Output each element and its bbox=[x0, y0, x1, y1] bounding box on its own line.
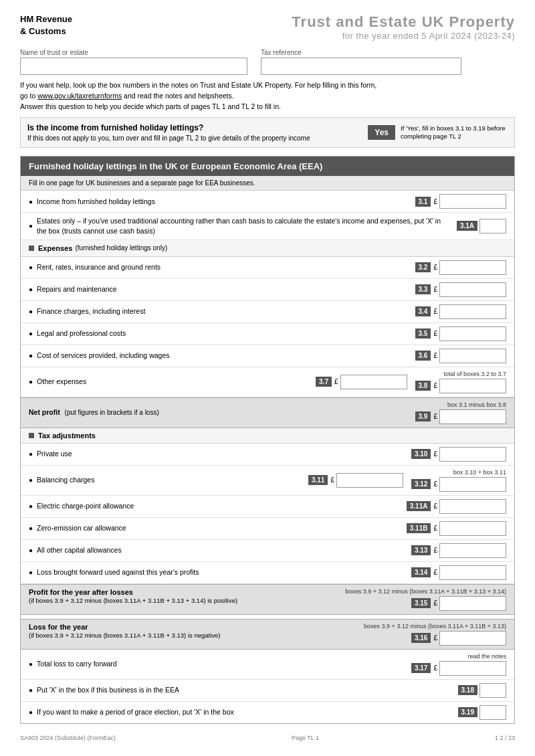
balancing-bullet: ● bbox=[29, 476, 33, 484]
carry-fwd-box-num: 3.17 bbox=[411, 663, 431, 673]
eea-bullet: ● bbox=[29, 686, 33, 694]
balancing-label: Balancing charges bbox=[37, 475, 303, 485]
ref-input[interactable] bbox=[261, 58, 461, 75]
zero-label: Zero-emission car allowance bbox=[37, 523, 401, 533]
legal-input[interactable] bbox=[439, 326, 506, 341]
income-row: ● Income from furnished holiday lettings… bbox=[21, 191, 514, 213]
repairs-input[interactable] bbox=[439, 282, 506, 297]
form-title-block: Trust and Estate UK Property for the yea… bbox=[292, 13, 515, 41]
services-box-num: 3.6 bbox=[415, 351, 431, 361]
expenses-header-row: Expenses (furnished holiday lettings onl… bbox=[21, 240, 514, 257]
yes-note: If 'Yes', fill in boxes 3.1 to 3.19 befo… bbox=[401, 124, 508, 141]
yes-badge: Yes bbox=[368, 125, 395, 140]
other-box-num: 3.7 bbox=[316, 377, 332, 387]
box3-12-note: box 3.10 + box 3.11 bbox=[453, 469, 506, 476]
repairs-bullet: ● bbox=[29, 286, 33, 293]
other-bullet: ● bbox=[29, 378, 33, 385]
balancing-box-num: 3.11 bbox=[308, 475, 328, 485]
box3-12-input[interactable] bbox=[439, 477, 506, 492]
eea-input[interactable] bbox=[479, 683, 506, 698]
net-profit-sub: (put figures in brackets if a loss) bbox=[65, 409, 159, 416]
other-input[interactable] bbox=[340, 375, 407, 389]
carry-fwd-row: ● Total loss to carry forward read the n… bbox=[21, 650, 514, 680]
form-subtitle: for the year ended 5 April 2024 (2023-24… bbox=[292, 31, 515, 41]
services-input[interactable] bbox=[439, 349, 506, 363]
rent-bullet: ● bbox=[29, 264, 33, 271]
page-number: 1 2 / 23 bbox=[495, 735, 515, 741]
eea-box-num: 3.18 bbox=[458, 685, 477, 695]
income-label: Income from furnished holiday lettings bbox=[37, 197, 409, 207]
finance-box-group: 3.4 £ bbox=[415, 304, 506, 319]
private-input[interactable] bbox=[439, 447, 506, 462]
repairs-box-num: 3.3 bbox=[415, 284, 431, 294]
carry-fwd-input[interactable] bbox=[439, 661, 506, 676]
grace-box-num: 3.19 bbox=[458, 707, 477, 717]
rent-input[interactable] bbox=[439, 260, 506, 275]
section-subheader: Fill in one page for UK businesses and a… bbox=[21, 176, 514, 191]
tax-adj-bullet bbox=[29, 433, 34, 438]
loss-year-box-num: 3.16 bbox=[411, 633, 431, 643]
services-bullet: ● bbox=[29, 352, 33, 359]
net-profit-label: Net profit (put figures in brackets if a… bbox=[29, 407, 407, 417]
name-input[interactable] bbox=[20, 58, 247, 75]
profit-year-input[interactable] bbox=[439, 596, 506, 611]
balancing-input[interactable] bbox=[336, 473, 403, 488]
finance-bullet: ● bbox=[29, 308, 33, 315]
private-row: ● Private use 3.10 £ bbox=[21, 444, 514, 466]
rent-label: Rent, rates, insurance and ground rents bbox=[37, 262, 409, 272]
total-side-label: total of boxes 3.2 to 3.7 bbox=[443, 371, 506, 377]
question-box: Is the income from furnished holiday let… bbox=[20, 117, 515, 148]
net-profit-row: Net profit (put figures in brackets if a… bbox=[21, 397, 514, 428]
carry-fwd-side-box: read the notes 3.17 £ bbox=[411, 653, 506, 676]
loss-fwd-input[interactable] bbox=[439, 565, 506, 580]
legal-bullet: ● bbox=[29, 330, 33, 337]
loss-year-input[interactable] bbox=[439, 631, 506, 646]
loss-year-box-group: boxes 3.9 + 3.12 minus (boxes 3.11A + 3.… bbox=[364, 623, 506, 646]
capital-row: ● All other capital allowances 3.13 £ bbox=[21, 540, 514, 562]
expenses-square-bullet bbox=[29, 246, 34, 251]
ref-field-group: Tax reference bbox=[261, 49, 461, 75]
other-box-group: 3.7 £ bbox=[316, 375, 407, 389]
estates-bullet: ● bbox=[29, 222, 33, 229]
total-box-num: 3.8 bbox=[415, 381, 431, 391]
estates-input[interactable] bbox=[479, 219, 506, 233]
name-field-group: Name of trust or estate bbox=[20, 49, 247, 75]
balancing-box-group: 3.11 £ bbox=[308, 473, 403, 488]
box3-12-num: 3.12 bbox=[411, 479, 431, 489]
rent-box-group: 3.2 £ bbox=[415, 260, 506, 275]
total-input[interactable] bbox=[439, 379, 506, 393]
services-row: ● Cost of services provided, including w… bbox=[21, 345, 514, 367]
rent-row: ● Rent, rates, insurance and ground rent… bbox=[21, 257, 514, 279]
estates-box-group: 3.1A bbox=[457, 219, 506, 233]
net-profit-input[interactable] bbox=[439, 409, 506, 424]
net-profit-side-box: box 3.1 minus box 3.8 3.9 £ bbox=[415, 401, 506, 424]
private-box-num: 3.10 bbox=[411, 449, 431, 459]
loss-fwd-box-group: 3.14 £ bbox=[411, 565, 506, 580]
legal-row: ● Legal and professional costs 3.5 £ bbox=[21, 323, 514, 345]
eea-row: ● Put 'X' in the box if this business is… bbox=[21, 680, 514, 702]
zero-input[interactable] bbox=[439, 521, 506, 536]
legal-box-num: 3.5 bbox=[415, 328, 431, 339]
estates-row: ● Estates only – if you've used traditio… bbox=[21, 213, 514, 240]
electric-input[interactable] bbox=[439, 499, 506, 514]
estates-box-num: 3.1A bbox=[457, 221, 477, 231]
loss-fwd-box-num: 3.14 bbox=[411, 567, 431, 577]
income-input[interactable] bbox=[439, 194, 506, 209]
finance-label: Finance charges, including interest bbox=[37, 306, 409, 316]
capital-input[interactable] bbox=[439, 543, 506, 558]
total-side-box: total of boxes 3.2 to 3.7 3.8 £ bbox=[415, 371, 506, 393]
other-row: ● Other expenses 3.7 £ total of boxes 3.… bbox=[21, 367, 514, 397]
eea-label: Put 'X' in the box if this business is i… bbox=[37, 685, 452, 695]
loss-year-text: Loss for the year (if boxes 3.9 + 3.12 m… bbox=[29, 623, 364, 639]
grace-bullet: ● bbox=[29, 708, 33, 716]
page-footer: SA903 2024 (Substitute) (FormEac) Page T… bbox=[20, 735, 515, 741]
form-code: SA903 2024 (Substitute) (FormEac) bbox=[20, 735, 116, 741]
page-header: HM Revenue & Customs Trust and Estate UK… bbox=[20, 13, 515, 41]
expenses-sub: (furnished holiday lettings only) bbox=[75, 244, 167, 252]
grace-input[interactable] bbox=[479, 705, 506, 720]
finance-row: ● Finance charges, including interest 3.… bbox=[21, 301, 514, 323]
finance-input[interactable] bbox=[439, 304, 506, 319]
loss-fwd-row: ● Loss brought forward used against this… bbox=[21, 562, 514, 584]
electric-box-group: 3.11A £ bbox=[407, 499, 506, 514]
name-label: Name of trust or estate bbox=[20, 49, 247, 56]
